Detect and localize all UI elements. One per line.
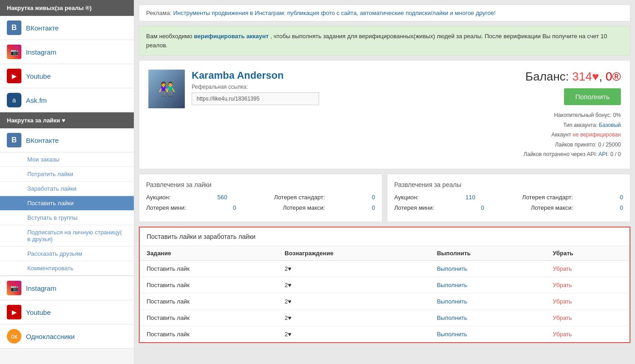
sidebar-item-youtube2[interactable]: ▶ Youtube [0,300,134,324]
ent-reals-auction-value: 110 [465,194,475,201]
ent-likes-title: Развлечения за лайки [146,181,375,188]
profile-avatar: 👫 [148,70,185,108]
sidebar-item-vkontakte[interactable]: В ВКонтакте [0,16,134,40]
ent-likes-lottery-std-label: Лотерея стандарт: [274,194,325,201]
task-do-link-1[interactable]: Выполнить [437,282,467,288]
col-remove: Убрать [546,246,630,261]
entertainment-reals-card: Развлечения за реалы Аукцион: 110 Лотере… [387,174,630,222]
sidebar-youtube-label: Youtube [26,72,51,80]
sidebar-ok-label: Одноклассники [26,333,75,340]
ent-reals-lottery-std-value: 0 [620,194,623,201]
balance-display: Баланс: 314♥, 0® [523,70,621,84]
task-reward-4: 2♥ [278,326,430,342]
sidebar-item-odnoklassniki[interactable]: ок Одноклассники [0,324,134,349]
ent-reals-lottery-mini-value: 0 [481,204,484,211]
task-remove-link-3[interactable]: Убрать [553,314,572,321]
sidebar-sub-comment[interactable]: Комментировать [0,261,134,276]
account-type-link[interactable]: Базовый [599,122,621,128]
sidebar-instagram-label: Instagram [26,48,56,56]
ent-likes-auction-value: 560 [217,194,227,201]
task-name-0: Поставить лайк [140,260,278,277]
askfm-icon: a [7,93,21,107]
sidebar-sub-earn-likes[interactable]: Заработать лайки [0,182,134,196]
likes-accepted-value: 0 / 25000 [598,142,621,148]
profile-meta-account-type: Тип аккаунта: Базовый [523,121,621,131]
sidebar-sub-tell-friends[interactable]: Рассказать друзьям [0,247,134,261]
vk-icon2: В [7,133,21,147]
sidebar-sub-my-orders[interactable]: Мои заказы [0,152,134,167]
profile-right: Баланс: 314♥, 0® Пополнить Накопительный… [523,70,621,160]
task-remove-link-2[interactable]: Убрать [553,298,572,305]
profile-card: 👫 Karamba Anderson Реферальная ссылка: Б… [139,60,630,169]
task-do-link-4[interactable]: Выполнить [437,331,467,338]
task-reward-3: 2♥ [278,309,430,326]
ent-reals-lottery-std-label: Лотерея стандарт: [522,194,573,201]
task-remove-3: Убрать [546,309,630,326]
profile-meta-likes-accepted: Лайков принято: 0 / 25000 [523,140,621,150]
ent-likes-auction-row: Аукцион: 560 Лотерея стандарт: 0 [146,194,375,201]
likes-api-link[interactable]: API [599,151,607,157]
profile-ref-input[interactable] [192,92,319,105]
ad-bar: Реклама: Инструменты продвижения в Инста… [139,5,630,21]
task-do-3: Выполнить [430,309,546,326]
account-status-label: Аккаунт [551,131,571,138]
task-remove-link-0[interactable]: Убрать [553,265,572,272]
sidebar-vk-section: В ВКонтакте Мои заказы Потратить лайки З… [0,128,134,276]
task-do-0: Выполнить [430,260,546,277]
verify-link[interactable]: верифицировать аккаунт [194,33,269,40]
profile-meta: Накопительный бонус: 0% Тип аккаунта: Ба… [523,111,621,160]
sidebar-vk-section-label: ВКонтакте [26,136,59,144]
task-do-link-0[interactable]: Выполнить [437,265,467,272]
table-row: Поставить лайк 2♥ Выполнить Убрать [140,293,630,309]
col-task: Задание [140,246,278,261]
sidebar-sub-spend-likes[interactable]: Потратить лайки [0,167,134,182]
sidebar-section1-title: Накрутка живых(за реалы ®) [0,0,134,16]
entertainment-likes-card: Развлечения за лайки Аукцион: 560 Лотере… [139,174,382,222]
table-row: Поставить лайк 2♥ Выполнить Убрать [140,326,630,342]
task-remove-link-1[interactable]: Убрать [553,282,572,288]
youtube-icon2: ▶ [7,305,21,319]
tasks-title: Поставить лайки и заработать лайки [140,228,630,246]
instagram-icon: 📷 [7,45,21,59]
task-do-link-2[interactable]: Выполнить [437,298,467,305]
ent-likes-lottery-mini-row: Лотерея мини: 0 Лотерея макси: 0 [146,204,375,211]
sidebar-item-instagram2[interactable]: 📷 Instagram [0,276,134,300]
sidebar-sub-join-groups[interactable]: Вступать в группы [0,211,134,225]
sidebar-item-askfm[interactable]: a Ask.fm [0,88,134,112]
col-reward: Вознаграждение [278,246,430,261]
ent-likes-lottery-maxi-value: 0 [372,204,375,211]
task-do-link-3[interactable]: Выполнить [437,314,467,321]
sidebar-instagram2-label: Instagram [26,284,56,292]
likes-api-value: 0 / 0 [610,151,621,157]
task-do-1: Выполнить [430,277,546,293]
profile-meta-bonus: Накопительный бонус: 0% [523,111,621,121]
profile-ref-label: Реферальная ссылка: [192,84,319,90]
sidebar-sub-subscribe-page[interactable]: Подписаться на личную страницу( в друзья… [0,225,134,247]
task-reward-1: 2♥ [278,277,430,293]
balance-reals: 0® [605,70,621,83]
task-remove-link-4[interactable]: Убрать [553,331,572,338]
sidebar-item-youtube[interactable]: ▶ Youtube [0,64,134,88]
task-remove-0: Убрать [546,260,630,277]
ad-link[interactable]: Инструменты продвижения в Инстаграм: пуб… [173,10,496,16]
likes-api-label: Лайков потрачено через API: [523,151,597,157]
ent-reals-lottery-mini-row: Лотерея мини: 0 Лотерея макси: 0 [394,204,623,211]
sidebar-vk-section-header: В ВКонтакте [0,128,134,152]
sidebar-item-instagram[interactable]: 📷 Instagram [0,40,134,64]
task-remove-2: Убрать [546,293,630,309]
topup-button[interactable]: Пополнить [564,88,621,105]
profile-name: Karamba Anderson [192,70,319,81]
profile-avatar-image: 👫 [148,70,185,108]
col-do: Выполнить [430,246,546,261]
sidebar-sub-put-likes[interactable]: Поставить лайки [0,196,134,211]
task-reward-2: 2♥ [278,293,430,309]
bonus-value: 0% [613,112,621,118]
profile-meta-account-status: Аккаунт не верифицирован [523,130,621,140]
task-name-1: Поставить лайк [140,277,278,293]
verify-bar: Вам необходимо верифицировать аккаунт , … [139,26,630,56]
ent-likes-lottery-mini-label: Лотерея мини: [146,204,186,211]
ent-likes-lottery-maxi-label: Лотерея макси: [283,204,325,211]
task-name-4: Поставить лайк [140,326,278,342]
ent-likes-lottery-std-value: 0 [372,194,375,201]
task-remove-4: Убрать [546,326,630,342]
